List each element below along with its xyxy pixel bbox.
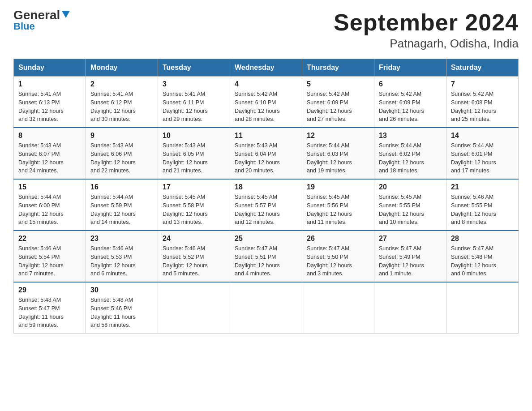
svg-marker-0 <box>62 11 70 18</box>
day-number: 2 <box>90 80 153 88</box>
table-row: 4Sunrise: 5:42 AMSunset: 6:10 PMDaylight… <box>230 77 302 128</box>
day-number: 6 <box>379 80 442 88</box>
day-info: Sunrise: 5:47 AMSunset: 5:51 PMDaylight:… <box>235 244 297 278</box>
calendar-title: September 2024 <box>334 9 519 36</box>
day-number: 23 <box>90 235 153 243</box>
day-number: 29 <box>18 286 81 294</box>
day-info: Sunrise: 5:48 AMSunset: 5:46 PMDaylight:… <box>90 296 153 330</box>
day-info: Sunrise: 5:43 AMSunset: 6:07 PMDaylight:… <box>18 141 81 175</box>
table-row: 9Sunrise: 5:43 AMSunset: 6:06 PMDaylight… <box>86 128 158 179</box>
day-number: 30 <box>90 286 153 294</box>
day-info: Sunrise: 5:43 AMSunset: 6:06 PMDaylight:… <box>90 141 153 175</box>
day-number: 5 <box>307 80 369 88</box>
calendar-week-row: 15Sunrise: 5:44 AMSunset: 6:00 PMDayligh… <box>14 179 519 231</box>
table-row: 14Sunrise: 5:44 AMSunset: 6:01 PMDayligh… <box>446 128 519 179</box>
day-info: Sunrise: 5:45 AMSunset: 5:57 PMDaylight:… <box>235 193 297 227</box>
day-number: 15 <box>18 183 81 191</box>
table-row: 7Sunrise: 5:42 AMSunset: 6:08 PMDaylight… <box>446 77 519 128</box>
col-saturday: Saturday <box>446 59 519 77</box>
table-row: 10Sunrise: 5:43 AMSunset: 6:05 PMDayligh… <box>158 128 230 179</box>
day-number: 18 <box>235 183 297 191</box>
day-number: 26 <box>307 235 369 243</box>
table-row: 29Sunrise: 5:48 AMSunset: 5:47 PMDayligh… <box>14 282 86 334</box>
page-header: General Blue September 2024 Patnagarh, O… <box>13 9 519 51</box>
table-row <box>374 282 446 334</box>
day-number: 19 <box>307 183 369 191</box>
logo-general: General <box>13 9 60 21</box>
day-number: 14 <box>451 132 514 140</box>
table-row: 5Sunrise: 5:42 AMSunset: 6:09 PMDaylight… <box>302 77 374 128</box>
day-number: 4 <box>235 80 297 88</box>
day-number: 8 <box>18 132 81 140</box>
day-info: Sunrise: 5:41 AMSunset: 6:13 PMDaylight:… <box>18 90 81 124</box>
table-row <box>446 282 519 334</box>
day-number: 21 <box>451 183 514 191</box>
day-info: Sunrise: 5:46 AMSunset: 5:54 PMDaylight:… <box>18 244 81 278</box>
table-row <box>302 282 374 334</box>
table-row: 2Sunrise: 5:41 AMSunset: 6:12 PMDaylight… <box>86 77 158 128</box>
day-info: Sunrise: 5:45 AMSunset: 5:55 PMDaylight:… <box>379 193 442 227</box>
table-row: 19Sunrise: 5:45 AMSunset: 5:56 PMDayligh… <box>302 179 374 231</box>
day-number: 12 <box>307 132 369 140</box>
calendar-subtitle: Patnagarh, Odisha, India <box>334 37 519 51</box>
day-info: Sunrise: 5:42 AMSunset: 6:10 PMDaylight:… <box>235 90 297 124</box>
day-info: Sunrise: 5:47 AMSunset: 5:50 PMDaylight:… <box>307 244 369 278</box>
table-row: 25Sunrise: 5:47 AMSunset: 5:51 PMDayligh… <box>230 231 302 282</box>
table-row: 26Sunrise: 5:47 AMSunset: 5:50 PMDayligh… <box>302 231 374 282</box>
day-number: 7 <box>451 80 514 88</box>
col-monday: Monday <box>86 59 158 77</box>
day-number: 1 <box>18 80 81 88</box>
table-row: 20Sunrise: 5:45 AMSunset: 5:55 PMDayligh… <box>374 179 446 231</box>
day-number: 20 <box>379 183 442 191</box>
day-info: Sunrise: 5:42 AMSunset: 6:09 PMDaylight:… <box>307 90 369 124</box>
table-row: 28Sunrise: 5:47 AMSunset: 5:48 PMDayligh… <box>446 231 519 282</box>
day-number: 27 <box>379 235 442 243</box>
table-row: 27Sunrise: 5:47 AMSunset: 5:49 PMDayligh… <box>374 231 446 282</box>
day-info: Sunrise: 5:46 AMSunset: 5:53 PMDaylight:… <box>90 244 153 278</box>
day-number: 25 <box>235 235 297 243</box>
day-info: Sunrise: 5:46 AMSunset: 5:55 PMDaylight:… <box>451 193 514 227</box>
day-info: Sunrise: 5:42 AMSunset: 6:09 PMDaylight:… <box>379 90 442 124</box>
table-row: 22Sunrise: 5:46 AMSunset: 5:54 PMDayligh… <box>14 231 86 282</box>
day-number: 16 <box>90 183 153 191</box>
day-number: 13 <box>379 132 442 140</box>
day-number: 17 <box>163 183 225 191</box>
calendar-week-row: 8Sunrise: 5:43 AMSunset: 6:07 PMDaylight… <box>14 128 519 179</box>
table-row: 12Sunrise: 5:44 AMSunset: 6:03 PMDayligh… <box>302 128 374 179</box>
day-number: 28 <box>451 235 514 243</box>
table-row: 1Sunrise: 5:41 AMSunset: 6:13 PMDaylight… <box>14 77 86 128</box>
day-info: Sunrise: 5:42 AMSunset: 6:08 PMDaylight:… <box>451 90 514 124</box>
table-row: 23Sunrise: 5:46 AMSunset: 5:53 PMDayligh… <box>86 231 158 282</box>
calendar-week-row: 1Sunrise: 5:41 AMSunset: 6:13 PMDaylight… <box>14 77 519 128</box>
col-friday: Friday <box>374 59 446 77</box>
day-number: 11 <box>235 132 297 140</box>
calendar-week-row: 29Sunrise: 5:48 AMSunset: 5:47 PMDayligh… <box>14 282 519 334</box>
table-row: 21Sunrise: 5:46 AMSunset: 5:55 PMDayligh… <box>446 179 519 231</box>
table-row <box>158 282 230 334</box>
day-number: 22 <box>18 235 81 243</box>
day-number: 24 <box>163 235 225 243</box>
logo-blue: Blue <box>13 21 35 32</box>
day-info: Sunrise: 5:44 AMSunset: 6:02 PMDaylight:… <box>379 141 442 175</box>
table-row: 15Sunrise: 5:44 AMSunset: 6:00 PMDayligh… <box>14 179 86 231</box>
calendar-header-row: Sunday Monday Tuesday Wednesday Thursday… <box>14 59 519 77</box>
table-row <box>230 282 302 334</box>
day-info: Sunrise: 5:45 AMSunset: 5:58 PMDaylight:… <box>163 193 225 227</box>
table-row: 8Sunrise: 5:43 AMSunset: 6:07 PMDaylight… <box>14 128 86 179</box>
day-info: Sunrise: 5:44 AMSunset: 5:59 PMDaylight:… <box>90 193 153 227</box>
col-sunday: Sunday <box>14 59 86 77</box>
table-row: 30Sunrise: 5:48 AMSunset: 5:46 PMDayligh… <box>86 282 158 334</box>
day-info: Sunrise: 5:45 AMSunset: 5:56 PMDaylight:… <box>307 193 369 227</box>
table-row: 6Sunrise: 5:42 AMSunset: 6:09 PMDaylight… <box>374 77 446 128</box>
col-wednesday: Wednesday <box>230 59 302 77</box>
col-thursday: Thursday <box>302 59 374 77</box>
table-row: 24Sunrise: 5:46 AMSunset: 5:52 PMDayligh… <box>158 231 230 282</box>
day-info: Sunrise: 5:43 AMSunset: 6:05 PMDaylight:… <box>163 141 225 175</box>
day-info: Sunrise: 5:44 AMSunset: 6:01 PMDaylight:… <box>451 141 514 175</box>
day-number: 3 <box>163 80 225 88</box>
day-info: Sunrise: 5:44 AMSunset: 6:03 PMDaylight:… <box>307 141 369 175</box>
logo: General Blue <box>13 9 71 32</box>
day-number: 10 <box>163 132 225 140</box>
logo-triangle-icon <box>61 9 71 19</box>
day-info: Sunrise: 5:47 AMSunset: 5:49 PMDaylight:… <box>379 244 442 278</box>
